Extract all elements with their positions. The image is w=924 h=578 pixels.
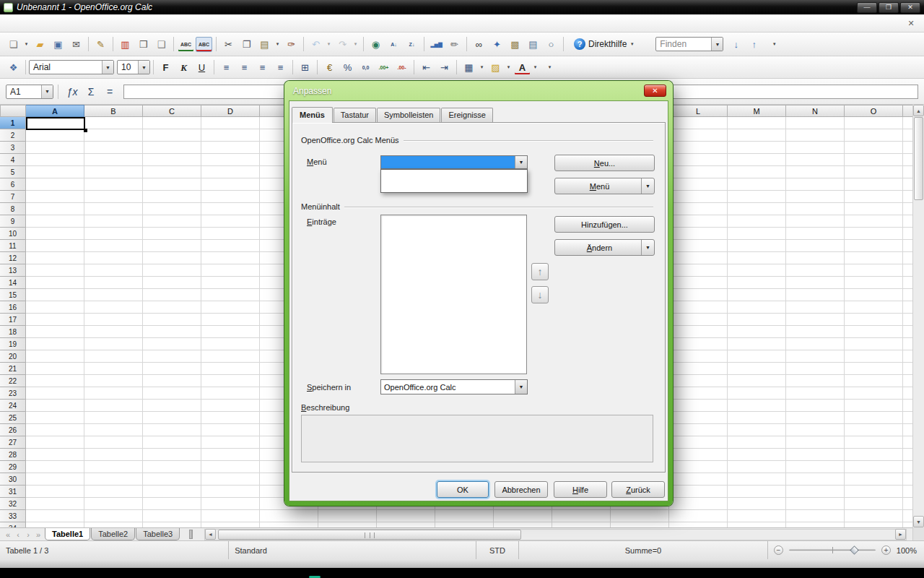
spellcheck-icon[interactable]: ABC bbox=[178, 37, 194, 52]
move-up-button[interactable]: ↑ bbox=[531, 263, 549, 280]
number-format-currency-icon[interactable]: € bbox=[321, 60, 338, 75]
maximize-button[interactable]: ❐ bbox=[879, 2, 899, 13]
increase-indent-icon[interactable]: ⇥ bbox=[436, 60, 453, 75]
row-header-34[interactable]: 34 bbox=[0, 522, 26, 527]
row-header-7[interactable]: 7 bbox=[0, 191, 26, 203]
align-center-icon[interactable]: ≡ bbox=[236, 60, 253, 75]
save-icon[interactable]: ▣ bbox=[50, 37, 66, 52]
find-and-replace-icon[interactable]: ∞ bbox=[471, 37, 487, 52]
row-header-21[interactable]: 21 bbox=[0, 363, 26, 375]
row-header-23[interactable]: 23 bbox=[0, 387, 26, 400]
cut-icon[interactable]: ✂ bbox=[220, 37, 237, 52]
status-sum[interactable]: Summe=0 bbox=[519, 541, 768, 559]
row-header-1[interactable]: 1 bbox=[0, 117, 26, 129]
format-paintbrush-icon[interactable]: ✑ bbox=[283, 37, 300, 52]
font-name-value[interactable]: Arial bbox=[30, 61, 102, 74]
vertical-scrollbar-thumb[interactable] bbox=[914, 117, 923, 200]
find-previous-icon[interactable]: ↑ bbox=[746, 37, 762, 52]
row-header-27[interactable]: 27 bbox=[0, 436, 26, 449]
export-as-pdf-icon[interactable]: ▥ bbox=[117, 37, 134, 52]
column-header-a[interactable]: A bbox=[26, 105, 84, 117]
row-header-22[interactable]: 22 bbox=[0, 375, 26, 387]
redo-dropdown[interactable]: ▾ bbox=[352, 37, 359, 52]
align-right-icon[interactable]: ≡ bbox=[254, 60, 271, 75]
column-header-l[interactable]: L bbox=[669, 105, 728, 117]
scroll-left-icon[interactable]: ◄ bbox=[205, 529, 216, 540]
equals-icon[interactable]: = bbox=[101, 85, 118, 99]
row-header-14[interactable]: 14 bbox=[0, 277, 26, 289]
row-header-18[interactable]: 18 bbox=[0, 326, 26, 338]
row-header-3[interactable]: 3 bbox=[0, 142, 26, 154]
gallery-icon[interactable]: ▩ bbox=[507, 37, 523, 52]
merge-cells-icon[interactable]: ⊞ bbox=[297, 60, 313, 75]
selected-cell[interactable] bbox=[26, 117, 85, 130]
find-next-icon[interactable]: ↓ bbox=[728, 37, 744, 52]
font-color-dropdown[interactable]: ▾ bbox=[531, 60, 539, 75]
row-header-20[interactable]: 20 bbox=[0, 350, 26, 363]
ok-button[interactable]: OK bbox=[437, 481, 489, 498]
new-document-dropdown[interactable]: ▾ bbox=[22, 37, 30, 52]
delete-decimal-place-icon[interactable]: .00- bbox=[393, 60, 410, 75]
insert-chart-icon[interactable]: ▂▅▇ bbox=[428, 37, 445, 52]
row-header-24[interactable]: 24 bbox=[0, 400, 26, 412]
minimize-button[interactable]: — bbox=[857, 2, 877, 13]
number-format-percent-icon[interactable]: % bbox=[339, 60, 356, 75]
bold-icon[interactable]: F bbox=[157, 60, 174, 75]
paste-icon[interactable]: ▤ bbox=[256, 37, 273, 52]
help-button[interactable]: Hilfe bbox=[554, 481, 607, 498]
status-selection-mode[interactable]: STD bbox=[476, 541, 519, 559]
row-header-13[interactable]: 13 bbox=[0, 264, 26, 277]
direkthilfe-label[interactable]: Direkthilfe bbox=[588, 39, 627, 49]
sort-ascending-icon[interactable]: A↓ bbox=[385, 37, 402, 52]
open-file-icon[interactable]: ▰ bbox=[32, 37, 48, 52]
font-size-value[interactable]: 10 bbox=[118, 61, 138, 74]
back-button[interactable]: Zurück bbox=[611, 481, 665, 498]
cancel-button[interactable]: Abbrechen bbox=[494, 481, 548, 498]
column-header-c[interactable]: C bbox=[143, 105, 201, 117]
name-box[interactable]: A1 ▼ bbox=[6, 85, 53, 99]
show-draw-functions-icon[interactable]: ✏ bbox=[446, 37, 463, 52]
hyperlink-icon[interactable]: ◉ bbox=[367, 37, 384, 52]
row-header-19[interactable]: 19 bbox=[0, 338, 26, 350]
dialog-tab-symbolleisten[interactable]: Symbolleisten bbox=[377, 108, 440, 122]
new-menu-button[interactable]: Neu... bbox=[554, 155, 655, 171]
font-size-combobox[interactable]: 10 ▼ bbox=[117, 60, 150, 74]
formatting-overflow-icon[interactable]: ▾ bbox=[546, 60, 554, 75]
toolbar-overflow-icon[interactable]: ▾ bbox=[770, 37, 778, 52]
menu-dropdown-list[interactable] bbox=[380, 169, 528, 193]
decrease-indent-icon[interactable]: ⇤ bbox=[418, 60, 435, 75]
save-in-combobox[interactable]: OpenOffice.org Calc ▼ bbox=[380, 379, 528, 394]
name-box-dropdown-icon[interactable]: ▼ bbox=[41, 85, 53, 98]
modify-button-dropdown-icon[interactable]: ▼ bbox=[641, 240, 654, 255]
font-name-dropdown-icon[interactable]: ▼ bbox=[102, 61, 113, 74]
scroll-down-icon[interactable]: ▼ bbox=[913, 516, 924, 527]
zoom-slider[interactable] bbox=[789, 549, 876, 551]
menu-combobox[interactable]: ▼ bbox=[380, 155, 528, 169]
row-header-6[interactable]: 6 bbox=[0, 178, 26, 191]
sheet-tab-tabelle1[interactable]: Tabelle1 bbox=[45, 528, 90, 540]
sheet-tab-tabelle3[interactable]: Tabelle3 bbox=[136, 528, 180, 540]
find-input[interactable]: Finden bbox=[656, 38, 711, 51]
font-size-dropdown-icon[interactable]: ▼ bbox=[138, 61, 149, 74]
number-format-standard-icon[interactable]: 0,0 bbox=[357, 60, 374, 75]
column-header-b[interactable]: B bbox=[84, 105, 143, 117]
row-header-16[interactable]: 16 bbox=[0, 301, 26, 314]
add-button[interactable]: Hinzufügen... bbox=[554, 216, 655, 233]
row-header-11[interactable]: 11 bbox=[0, 240, 26, 252]
tab-split-handle[interactable] bbox=[189, 530, 193, 539]
borders-icon[interactable]: ▦ bbox=[461, 60, 477, 75]
menu-combobox-dropdown-icon[interactable]: ▼ bbox=[515, 156, 527, 168]
direkthilfe-dropdown[interactable]: ▾ bbox=[628, 37, 636, 52]
sum-icon[interactable]: Σ bbox=[82, 85, 100, 99]
paste-dropdown[interactable]: ▾ bbox=[274, 37, 282, 52]
edit-file-icon[interactable]: ✎ bbox=[92, 37, 109, 52]
italic-icon[interactable]: K bbox=[175, 60, 192, 75]
row-header-17[interactable]: 17 bbox=[0, 314, 26, 326]
function-wizard-icon[interactable]: ƒx bbox=[64, 85, 81, 99]
column-header-o[interactable]: O bbox=[845, 105, 903, 117]
row-header-15[interactable]: 15 bbox=[0, 289, 26, 301]
row-header-33[interactable]: 33 bbox=[0, 510, 26, 522]
document-as-email-icon[interactable]: ✉ bbox=[68, 37, 84, 52]
row-header-5[interactable]: 5 bbox=[0, 166, 26, 178]
next-sheet-button[interactable]: › bbox=[23, 529, 33, 540]
